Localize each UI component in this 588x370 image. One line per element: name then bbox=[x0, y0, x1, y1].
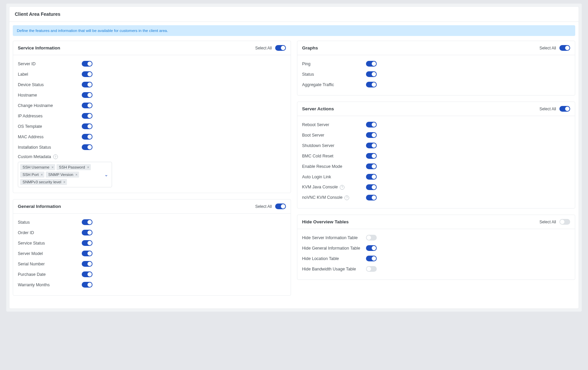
setting-row: Hide General Information Table bbox=[302, 243, 570, 253]
help-icon[interactable]: ? bbox=[340, 185, 344, 190]
setting-row: Serial Number bbox=[18, 259, 286, 269]
toggle[interactable] bbox=[366, 245, 377, 251]
setting-row: Reboot Server bbox=[302, 119, 570, 130]
setting-label: Aggregate Traffic bbox=[302, 82, 366, 87]
card-title: General Information bbox=[18, 204, 61, 209]
setting-row: IP Addresses bbox=[18, 111, 286, 121]
toggle[interactable] bbox=[82, 230, 93, 235]
toggle[interactable] bbox=[82, 113, 93, 119]
toggle[interactable] bbox=[366, 184, 377, 190]
tag-label: SSH Password bbox=[59, 165, 85, 169]
toggle[interactable] bbox=[366, 132, 377, 138]
toggle[interactable] bbox=[82, 103, 93, 108]
setting-row: Device Status bbox=[18, 79, 286, 90]
tag-remove-icon[interactable]: × bbox=[41, 173, 43, 177]
chevron-down-icon[interactable]: ⌄ bbox=[104, 172, 108, 177]
toggle[interactable] bbox=[82, 261, 93, 267]
toggle[interactable] bbox=[366, 163, 377, 169]
toggle[interactable] bbox=[82, 240, 93, 246]
metadata-tag: SNMPv3 security level× bbox=[20, 179, 67, 185]
toggle[interactable] bbox=[82, 144, 93, 150]
card-title: Service Information bbox=[18, 45, 60, 50]
card-header: Service Information Select All bbox=[13, 41, 291, 55]
card-body: StatusOrder IDService StatusServer Model… bbox=[13, 214, 291, 295]
setting-row: Installation Status bbox=[18, 142, 286, 152]
setting-row: Status bbox=[18, 217, 286, 227]
toggle[interactable] bbox=[82, 82, 93, 87]
toggle[interactable] bbox=[366, 153, 377, 159]
help-icon[interactable]: ? bbox=[53, 154, 58, 159]
setting-row: Aggregate Traffic bbox=[302, 79, 570, 90]
setting-label: Hide Bandwidth Usage Table bbox=[302, 267, 366, 271]
toggle[interactable] bbox=[366, 122, 377, 127]
toggle[interactable] bbox=[82, 123, 93, 129]
setting-row: Hide Location Table bbox=[302, 253, 570, 264]
setting-row: KVM Java Console? bbox=[302, 182, 570, 192]
setting-label: Status bbox=[302, 72, 366, 77]
tag-remove-icon[interactable]: × bbox=[51, 165, 53, 169]
toggle[interactable] bbox=[366, 71, 377, 77]
toggle-select-all[interactable] bbox=[559, 45, 570, 51]
toggle[interactable] bbox=[82, 71, 93, 77]
toggle-select-all[interactable] bbox=[275, 204, 286, 209]
select-all: Select All bbox=[255, 45, 286, 51]
setting-row: Server Model bbox=[18, 248, 286, 259]
toggle[interactable] bbox=[82, 92, 93, 98]
help-icon[interactable]: ? bbox=[344, 195, 349, 200]
toggle[interactable] bbox=[82, 219, 93, 225]
toggle-select-all[interactable] bbox=[559, 106, 570, 112]
tag-label: SNMP Version bbox=[48, 173, 73, 177]
setting-row: BMC Cold Reset bbox=[302, 151, 570, 161]
toggle[interactable] bbox=[82, 282, 93, 288]
tag-label: SSH Username bbox=[23, 165, 49, 169]
toggle[interactable] bbox=[366, 256, 377, 261]
select-all-label: Select All bbox=[255, 46, 272, 50]
toggle[interactable] bbox=[82, 251, 93, 256]
setting-label: MAC Address bbox=[18, 135, 82, 139]
tag-remove-icon[interactable]: × bbox=[87, 165, 89, 169]
toggle[interactable] bbox=[366, 266, 377, 272]
toggle[interactable] bbox=[366, 195, 377, 200]
toggle[interactable] bbox=[82, 61, 93, 67]
card-header: Hide Overview Tables Select All bbox=[297, 215, 575, 229]
setting-row: Server ID bbox=[18, 59, 286, 69]
toggle[interactable] bbox=[366, 174, 377, 180]
info-banner: Define the features and information that… bbox=[13, 25, 575, 36]
toggle-select-all[interactable] bbox=[559, 219, 570, 225]
card-header: Graphs Select All bbox=[297, 41, 575, 55]
toggle-select-all[interactable] bbox=[275, 45, 286, 51]
card-body: Reboot ServerBoot ServerShutdown ServerB… bbox=[297, 116, 575, 208]
card-body: Hide Server Information TableHide Genera… bbox=[297, 229, 575, 280]
setting-label: Shutdown Server bbox=[302, 143, 366, 148]
tag-remove-icon[interactable]: × bbox=[63, 180, 65, 184]
setting-label: IP Addresses bbox=[18, 114, 82, 118]
setting-label: Auto Login Link bbox=[302, 175, 366, 179]
toggle[interactable] bbox=[82, 134, 93, 140]
tag-remove-icon[interactable]: × bbox=[75, 173, 77, 177]
setting-row: Shutdown Server bbox=[302, 140, 570, 151]
setting-label: Hostname bbox=[18, 93, 82, 98]
select-all: Select All bbox=[255, 204, 286, 209]
setting-row: MAC Address bbox=[18, 132, 286, 142]
setting-row: Hide Bandwidth Usage Table bbox=[302, 264, 570, 274]
setting-label: Boot Server bbox=[302, 133, 366, 138]
card-service-information: Service Information Select All Server ID… bbox=[13, 41, 291, 193]
setting-label: noVNC KVM Console? bbox=[302, 195, 366, 200]
setting-label: Change Hostname bbox=[18, 103, 82, 108]
setting-row: Label bbox=[18, 69, 286, 79]
setting-row: Hide Server Information Table bbox=[302, 232, 570, 243]
columns: Service Information Select All Server ID… bbox=[13, 41, 575, 302]
setting-label: Installation Status bbox=[18, 145, 82, 150]
toggle[interactable] bbox=[82, 271, 93, 277]
toggle[interactable] bbox=[366, 235, 377, 240]
custom-metadata-tagfield[interactable]: SSH Username×SSH Password×SSH Port×SNMP … bbox=[18, 162, 112, 187]
toggle[interactable] bbox=[366, 82, 377, 87]
setting-label: Server Model bbox=[18, 251, 82, 256]
tag-label: SNMPv3 security level bbox=[23, 180, 61, 184]
toggle[interactable] bbox=[366, 61, 377, 67]
select-all: Select All bbox=[540, 45, 570, 51]
page-title: Client Area Features bbox=[9, 7, 579, 22]
setting-label: Serial Number bbox=[18, 262, 82, 266]
toggle[interactable] bbox=[366, 143, 377, 148]
right-column: Graphs Select All PingStatusAggregate Tr… bbox=[297, 41, 575, 302]
